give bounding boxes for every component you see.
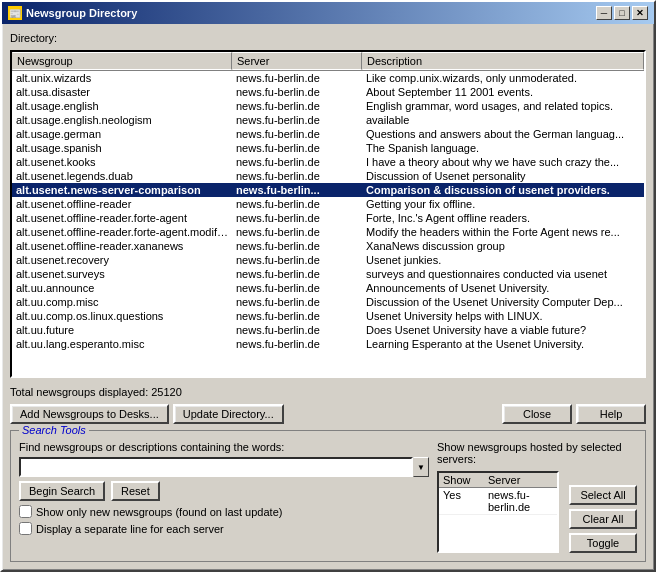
search-input[interactable] [19, 457, 413, 477]
maximize-button[interactable]: □ [614, 6, 630, 20]
description-cell: surveys and questionnaires conducted via… [362, 267, 644, 281]
table-row[interactable]: alt.usenet.offline-readernews.fu-berlin.… [12, 197, 644, 211]
add-newsgroups-button[interactable]: Add Newsgroups to Desks... [10, 404, 169, 424]
title-bar-left: 📰 Newsgroup Directory [8, 6, 137, 20]
minimize-button[interactable]: ─ [596, 6, 612, 20]
server-cell: news.fu-berlin.de [232, 71, 362, 85]
table-row[interactable]: alt.unix.wizardsnews.fu-berlin.deLike co… [12, 71, 644, 85]
table-row[interactable]: alt.usage.englishnews.fu-berlin.deEnglis… [12, 99, 644, 113]
table-row[interactable]: alt.usenet.offline-reader.forte-agent.mo… [12, 225, 644, 239]
newsgroup-cell: alt.uu.future [12, 323, 232, 337]
newsgroup-cell: alt.usenet.offline-reader [12, 197, 232, 211]
newsgroup-cell: alt.usenet.offline-reader.xananews [12, 239, 232, 253]
help-button[interactable]: Help [576, 404, 646, 424]
directory-label: Directory: [10, 32, 646, 44]
show-only-new-checkbox[interactable] [19, 505, 32, 518]
server-cell: news.fu-berlin.de [232, 197, 362, 211]
search-left-panel: Find newsgroups or descriptions containi… [19, 441, 429, 553]
description-cell: available [362, 113, 644, 127]
server-cell: news.fu-berlin.de [232, 267, 362, 281]
begin-search-button[interactable]: Begin Search [19, 481, 105, 501]
server-row[interactable]: Yes news.fu-berlin.de [439, 488, 557, 515]
table-row[interactable]: alt.usage.germannews.fu-berlin.deQuestio… [12, 127, 644, 141]
show-only-new-label: Show only new newsgroups (found on last … [36, 506, 282, 518]
table-row[interactable]: alt.usage.english.neologismnews.fu-berli… [12, 113, 644, 127]
app-icon: 📰 [8, 6, 22, 20]
update-directory-button[interactable]: Update Directory... [173, 404, 284, 424]
server-cell: news.fu-berlin.de [232, 113, 362, 127]
show-label: Show newsgroups hosted by selected serve… [437, 441, 637, 465]
server-cell: news.fu-berlin... [232, 183, 362, 197]
description-cell: English grammar, word usages, and relate… [362, 99, 644, 113]
table-row[interactable]: alt.usage.spanishnews.fu-berlin.deThe Sp… [12, 141, 644, 155]
server-show-cell: Yes [439, 488, 484, 514]
server-column-header-inner: Server [484, 473, 557, 487]
description-cell: Discussion of Usenet personality [362, 169, 644, 183]
table-row[interactable]: alt.uu.comp.os.linux.questionsnews.fu-be… [12, 309, 644, 323]
newsgroup-cell: alt.usenet.surveys [12, 267, 232, 281]
newsgroup-cell: alt.uu.announce [12, 281, 232, 295]
newsgroup-cell: alt.usenet.offline-reader.forte-agent [12, 211, 232, 225]
newsgroup-column-header[interactable]: Newsgroup [12, 52, 232, 70]
separate-line-label: Display a separate line for each server [36, 523, 224, 535]
table-row[interactable]: alt.usenet.surveysnews.fu-berlin.desurve… [12, 267, 644, 281]
checkbox-new-newsgroups-row: Show only new newsgroups (found on last … [19, 505, 429, 518]
description-column-header[interactable]: Description [362, 52, 644, 70]
newsgroup-cell: alt.uu.comp.os.linux.questions [12, 309, 232, 323]
description-cell: Getting your fix offline. [362, 197, 644, 211]
dropdown-button[interactable]: ▼ [413, 457, 429, 477]
description-cell: Announcements of Usenet University. [362, 281, 644, 295]
newsgroup-cell: alt.usage.spanish [12, 141, 232, 155]
newsgroup-cell: alt.usenet.news-server-comparison [12, 183, 232, 197]
description-cell: Does Usenet University have a viable fut… [362, 323, 644, 337]
table-row[interactable]: alt.usa.disasternews.fu-berlin.deAbout S… [12, 85, 644, 99]
table-row[interactable]: alt.uu.futurenews.fu-berlin.deDoes Usene… [12, 323, 644, 337]
reset-button[interactable]: Reset [111, 481, 160, 501]
select-all-button[interactable]: Select All [569, 485, 637, 505]
description-cell: About September 11 2001 events. [362, 85, 644, 99]
table-row[interactable]: alt.usenet.kooksnews.fu-berlin.deI have … [12, 155, 644, 169]
server-table-header: Show Server [439, 473, 557, 488]
table-row[interactable]: alt.usenet.offline-reader.forte-agentnew… [12, 211, 644, 225]
close-button[interactable]: Close [502, 404, 572, 424]
server-cell: news.fu-berlin.de [232, 309, 362, 323]
newsgroup-cell: alt.usage.german [12, 127, 232, 141]
table-row[interactable]: alt.uu.lang.esperanto.miscnews.fu-berlin… [12, 337, 644, 351]
newsgroup-cell: alt.usa.disaster [12, 85, 232, 99]
newsgroup-cell: alt.usenet.legends.duab [12, 169, 232, 183]
table-row[interactable]: alt.uu.announcenews.fu-berlin.deAnnounce… [12, 281, 644, 295]
table-row[interactable]: alt.usenet.recoverynews.fu-berlin.deUsen… [12, 253, 644, 267]
search-right-panel: Show newsgroups hosted by selected serve… [437, 441, 637, 553]
table-row[interactable]: alt.usenet.legends.duabnews.fu-berlin.de… [12, 169, 644, 183]
table-row[interactable]: alt.uu.comp.miscnews.fu-berlin.deDiscuss… [12, 295, 644, 309]
table-row[interactable]: alt.usenet.offline-reader.xananewsnews.f… [12, 239, 644, 253]
description-cell: Usenet junkies. [362, 253, 644, 267]
description-cell: Forte, Inc.'s Agent offline readers. [362, 211, 644, 225]
table-body[interactable]: alt.unix.wizardsnews.fu-berlin.deLike co… [12, 71, 644, 376]
toggle-button[interactable]: Toggle [569, 533, 637, 553]
description-cell: I have a theory about why we have such c… [362, 155, 644, 169]
server-cell: news.fu-berlin.de [232, 295, 362, 309]
search-inner: Find newsgroups or descriptions containi… [19, 441, 637, 553]
left-buttons: Add Newsgroups to Desks... Update Direct… [10, 404, 284, 424]
description-cell: Like comp.unix.wizards, only unmoderated… [362, 71, 644, 85]
server-column-header[interactable]: Server [232, 52, 362, 70]
table-header: Newsgroup Server Description [12, 52, 644, 71]
server-cell: news.fu-berlin.de [232, 99, 362, 113]
description-cell: Usenet University helps with LINUX. [362, 309, 644, 323]
description-cell: Discussion of the Usenet University Comp… [362, 295, 644, 309]
newsgroup-cell: alt.usenet.kooks [12, 155, 232, 169]
side-buttons: Select All Clear All Toggle [569, 485, 637, 553]
clear-all-button[interactable]: Clear All [569, 509, 637, 529]
newsgroup-cell: alt.unix.wizards [12, 71, 232, 85]
close-title-button[interactable]: ✕ [632, 6, 648, 20]
separate-line-checkbox[interactable] [19, 522, 32, 535]
title-buttons: ─ □ ✕ [596, 6, 648, 20]
server-cell: news.fu-berlin.de [232, 337, 362, 351]
description-cell: Questions and answers about the German l… [362, 127, 644, 141]
window-title: Newsgroup Directory [26, 7, 137, 19]
server-cell: news.fu-berlin.de [232, 141, 362, 155]
right-buttons: Close Help [502, 404, 646, 424]
table-row[interactable]: alt.usenet.news-server-comparisonnews.fu… [12, 183, 644, 197]
description-cell: Comparison & discussion of usenet provid… [362, 183, 644, 197]
